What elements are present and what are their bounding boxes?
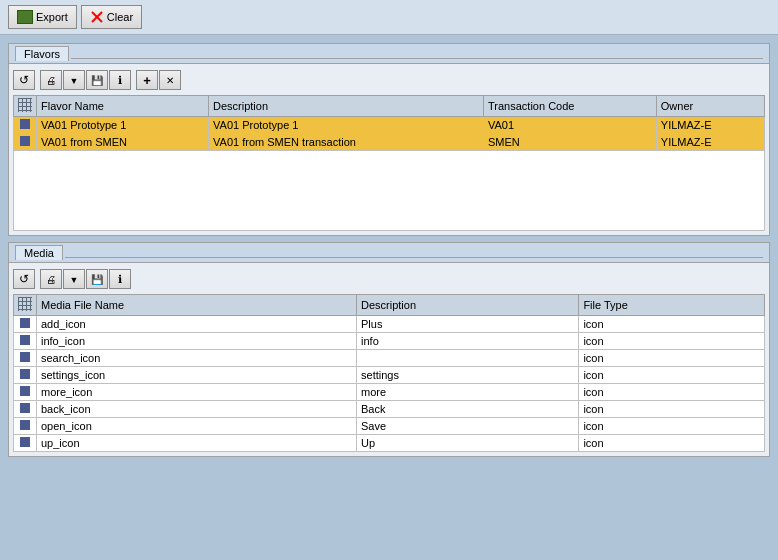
media-corner-cell xyxy=(14,295,37,316)
flavors-col-description: Description xyxy=(209,96,484,117)
media-row[interactable]: back_icon Back icon xyxy=(14,401,765,418)
media-description: more xyxy=(357,384,579,401)
row-marker xyxy=(14,117,37,134)
clear-label: Clear xyxy=(107,11,133,23)
media-row[interactable]: up_icon Up icon xyxy=(14,435,765,452)
media-row[interactable]: more_icon more icon xyxy=(14,384,765,401)
media-description: settings xyxy=(357,367,579,384)
row-marker-icon xyxy=(20,403,30,413)
media-refresh-btn[interactable] xyxy=(13,269,35,289)
media-file-name: search_icon xyxy=(37,350,357,367)
media-filter-icon xyxy=(70,274,79,285)
add-icon xyxy=(143,73,151,88)
flavor-tx-code: SMEN xyxy=(484,134,657,151)
flavors-tab-label: Flavors xyxy=(24,48,60,60)
flavors-empty-space xyxy=(13,151,765,231)
filter-icon xyxy=(70,75,79,86)
media-description xyxy=(357,350,579,367)
media-col-filetype: File Type xyxy=(579,295,765,316)
flavors-col-name: Flavor Name xyxy=(37,96,209,117)
flavors-table: Flavor Name Description Transaction Code… xyxy=(13,95,765,151)
media-file-name: up_icon xyxy=(37,435,357,452)
media-file-name: settings_icon xyxy=(37,367,357,384)
media-print-icon xyxy=(46,274,56,285)
media-row[interactable]: search_icon icon xyxy=(14,350,765,367)
media-file-type: icon xyxy=(579,435,765,452)
flavors-save-btn[interactable] xyxy=(86,70,108,90)
media-file-type: icon xyxy=(579,401,765,418)
media-file-type: icon xyxy=(579,418,765,435)
media-save-btn[interactable] xyxy=(86,269,108,289)
top-toolbar: Export Clear xyxy=(0,0,778,35)
flavors-info-btn[interactable] xyxy=(109,70,131,90)
flavor-name: VA01 from SMEN xyxy=(37,134,209,151)
row-marker xyxy=(14,401,37,418)
export-icon xyxy=(17,10,33,24)
flavors-filter-btn[interactable] xyxy=(63,70,85,90)
media-table-area: Media File Name Description File Type ad… xyxy=(9,263,769,456)
flavors-panel-header: Flavors xyxy=(9,44,769,64)
row-marker xyxy=(14,435,37,452)
media-row[interactable]: add_icon Plus icon xyxy=(14,316,765,333)
flavors-row[interactable]: VA01 Prototype 1 VA01 Prototype 1 VA01 Y… xyxy=(14,117,765,134)
media-file-type: icon xyxy=(579,350,765,367)
media-col-description: Description xyxy=(357,295,579,316)
row-marker-icon xyxy=(20,119,30,129)
row-marker xyxy=(14,384,37,401)
flavors-refresh-btn[interactable] xyxy=(13,70,35,90)
media-row[interactable]: info_icon info icon xyxy=(14,333,765,350)
flavors-corner-cell xyxy=(14,96,37,117)
media-description: Save xyxy=(357,418,579,435)
row-marker-icon xyxy=(20,437,30,447)
flavors-row[interactable]: VA01 from SMEN VA01 from SMEN transactio… xyxy=(14,134,765,151)
media-table: Media File Name Description File Type ad… xyxy=(13,294,765,452)
export-button[interactable]: Export xyxy=(8,5,77,29)
media-file-name: info_icon xyxy=(37,333,357,350)
media-file-name: open_icon xyxy=(37,418,357,435)
media-info-btn[interactable] xyxy=(109,269,131,289)
media-file-type: icon xyxy=(579,367,765,384)
save-icon xyxy=(91,75,103,86)
row-marker xyxy=(14,350,37,367)
delete-icon xyxy=(166,75,174,86)
media-panel: Media Media File Name Description File T… xyxy=(8,242,770,457)
refresh-icon xyxy=(19,73,29,87)
media-file-type: icon xyxy=(579,384,765,401)
row-marker-icon xyxy=(20,386,30,396)
media-description: Up xyxy=(357,435,579,452)
media-description: Plus xyxy=(357,316,579,333)
clear-icon xyxy=(90,10,104,24)
info-icon xyxy=(118,74,122,87)
flavors-add-btn[interactable] xyxy=(136,70,158,90)
media-row[interactable]: settings_icon settings icon xyxy=(14,367,765,384)
media-mini-toolbar xyxy=(13,267,765,291)
flavors-tab[interactable]: Flavors xyxy=(15,46,69,61)
row-marker xyxy=(14,316,37,333)
media-row[interactable]: open_icon Save icon xyxy=(14,418,765,435)
row-marker-icon xyxy=(20,352,30,362)
flavors-print-btn[interactable] xyxy=(40,70,62,90)
media-file-name: back_icon xyxy=(37,401,357,418)
row-marker-icon xyxy=(20,369,30,379)
media-grid-icon xyxy=(18,297,32,311)
row-marker-icon xyxy=(20,136,30,146)
media-refresh-icon xyxy=(19,272,29,286)
media-print-btn[interactable] xyxy=(40,269,62,289)
media-description: Back xyxy=(357,401,579,418)
row-marker-icon xyxy=(20,335,30,345)
media-panel-header: Media xyxy=(9,243,769,263)
print-icon xyxy=(46,75,56,86)
flavors-col-owner: Owner xyxy=(656,96,764,117)
flavors-table-area: Flavor Name Description Transaction Code… xyxy=(9,64,769,235)
export-label: Export xyxy=(36,11,68,23)
row-marker xyxy=(14,333,37,350)
flavor-owner: YILMAZ-E xyxy=(656,117,764,134)
media-file-name: add_icon xyxy=(37,316,357,333)
flavors-panel: Flavors Flavor Name Description xyxy=(8,43,770,236)
flavors-delete-btn[interactable] xyxy=(159,70,181,90)
media-filter-btn[interactable] xyxy=(63,269,85,289)
media-tab[interactable]: Media xyxy=(15,245,63,260)
flavor-description: VA01 Prototype 1 xyxy=(209,117,484,134)
row-marker xyxy=(14,367,37,384)
clear-button[interactable]: Clear xyxy=(81,5,142,29)
